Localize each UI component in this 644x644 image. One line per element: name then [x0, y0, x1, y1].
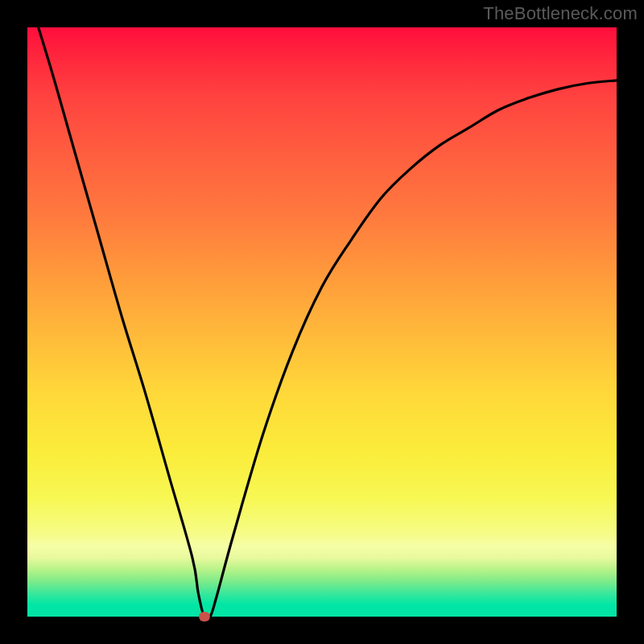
- min-point-marker: [199, 612, 210, 621]
- chart-frame: TheBottleneck.com: [0, 0, 644, 644]
- watermark-text: TheBottleneck.com: [483, 3, 638, 24]
- curve-line: [27, 27, 617, 617]
